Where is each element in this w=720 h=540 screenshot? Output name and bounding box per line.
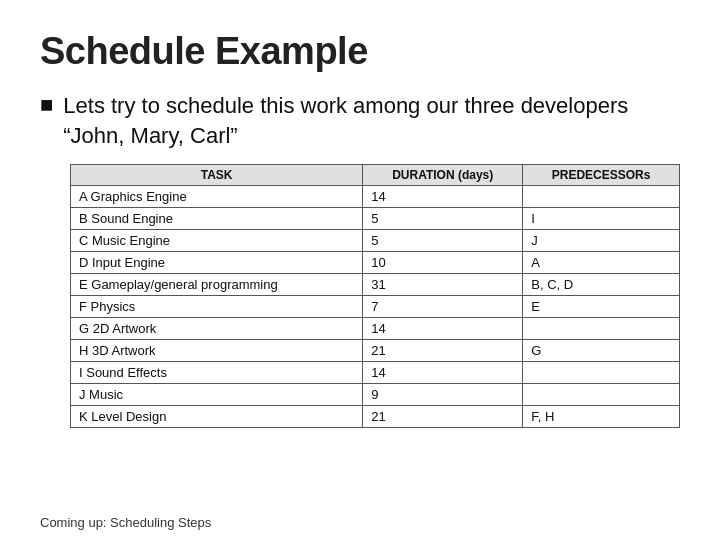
table-row: G 2D Artwork14 — [71, 318, 680, 340]
table-cell: 7 — [363, 296, 523, 318]
table-cell: 14 — [363, 186, 523, 208]
table-cell — [523, 362, 680, 384]
table-cell: 5 — [363, 230, 523, 252]
col-header-duration: DURATION (days) — [363, 165, 523, 186]
table-row: J Music9 — [71, 384, 680, 406]
table-cell: 5 — [363, 208, 523, 230]
col-header-predecessors: PREDECESSORs — [523, 165, 680, 186]
table-cell: I Sound Effects — [71, 362, 363, 384]
table-row: A Graphics Engine14 — [71, 186, 680, 208]
schedule-table: TASK DURATION (days) PREDECESSORs A Grap… — [70, 164, 680, 428]
table-row: B Sound Engine5I — [71, 208, 680, 230]
table-cell: B, C, D — [523, 274, 680, 296]
table-cell: A — [523, 252, 680, 274]
bullet-icon: ■ — [40, 92, 53, 118]
table-cell: E Gameplay/general programming — [71, 274, 363, 296]
table-cell — [523, 384, 680, 406]
table-row: F Physics7E — [71, 296, 680, 318]
table-cell: 14 — [363, 318, 523, 340]
table-row: C Music Engine5J — [71, 230, 680, 252]
page-title: Schedule Example — [40, 30, 680, 73]
table-cell: G — [523, 340, 680, 362]
table-cell — [523, 186, 680, 208]
table-cell: J Music — [71, 384, 363, 406]
table-cell: 9 — [363, 384, 523, 406]
table-cell: D Input Engine — [71, 252, 363, 274]
table-cell: 14 — [363, 362, 523, 384]
bullet-text: Lets try to schedule this work among our… — [63, 91, 680, 150]
table-cell: K Level Design — [71, 406, 363, 428]
table-container: TASK DURATION (days) PREDECESSORs A Grap… — [70, 164, 680, 520]
table-cell: F Physics — [71, 296, 363, 318]
table-cell: 10 — [363, 252, 523, 274]
table-cell: I — [523, 208, 680, 230]
table-cell: G 2D Artwork — [71, 318, 363, 340]
table-row: I Sound Effects14 — [71, 362, 680, 384]
table-row: K Level Design21F, H — [71, 406, 680, 428]
table-cell: H 3D Artwork — [71, 340, 363, 362]
footer-text: Coming up: Scheduling Steps — [40, 515, 211, 530]
table-row: E Gameplay/general programming31B, C, D — [71, 274, 680, 296]
bullet-section: ■ Lets try to schedule this work among o… — [40, 91, 680, 150]
table-cell: 21 — [363, 406, 523, 428]
table-row: D Input Engine10A — [71, 252, 680, 274]
col-header-task: TASK — [71, 165, 363, 186]
table-cell: F, H — [523, 406, 680, 428]
table-cell: A Graphics Engine — [71, 186, 363, 208]
slide: Schedule Example ■ Lets try to schedule … — [0, 0, 720, 540]
table-cell: E — [523, 296, 680, 318]
table-cell: B Sound Engine — [71, 208, 363, 230]
table-cell — [523, 318, 680, 340]
table-cell: J — [523, 230, 680, 252]
table-row: H 3D Artwork21G — [71, 340, 680, 362]
table-cell: 31 — [363, 274, 523, 296]
table-cell: 21 — [363, 340, 523, 362]
table-cell: C Music Engine — [71, 230, 363, 252]
